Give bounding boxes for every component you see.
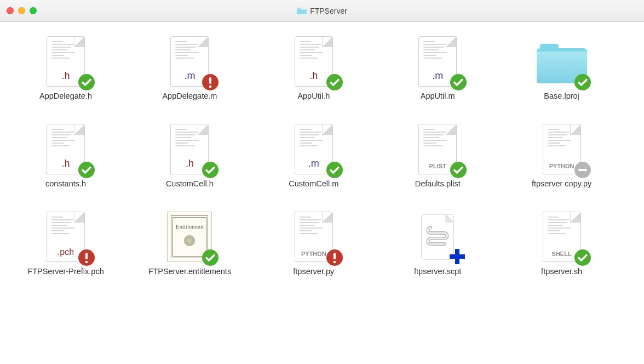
- file-item[interactable]: PYTHON ftpserver.py: [270, 211, 358, 276]
- minimize-button[interactable]: [18, 7, 25, 14]
- modified-badge-icon: [78, 249, 95, 266]
- svg-point-19: [333, 261, 336, 264]
- file-name-label: AppUtil.h: [297, 91, 330, 101]
- svg-rect-22: [450, 254, 465, 259]
- close-button[interactable]: [7, 7, 14, 14]
- file-icon-wrap: .m: [411, 35, 464, 88]
- svg-point-3: [209, 86, 212, 88]
- checkmark-badge-icon: [78, 73, 95, 91]
- window-titlebar: FTPServer: [0, 0, 644, 22]
- file-icon-wrap: [536, 35, 588, 88]
- file-name-label: AppUtil.m: [421, 91, 455, 101]
- file-item[interactable]: PLIST Defaults.plist: [394, 123, 481, 189]
- file-item[interactable]: .h AppDelegate.h: [22, 35, 110, 101]
- svg-point-6: [574, 74, 591, 90]
- file-name-label: AppDelegate.m: [162, 91, 217, 101]
- checkmark-badge-icon: [326, 73, 343, 91]
- checkmark-badge-icon: [574, 249, 591, 266]
- file-item[interactable]: PYTHON ftpserver copy.py: [518, 123, 606, 189]
- file-name-label: FTPServer.entitlements: [148, 266, 232, 276]
- file-icon-wrap: .h: [288, 35, 340, 88]
- file-name-label: CustomCell.m: [289, 179, 338, 189]
- file-grid: .h AppDelegate.h .m AppDelegate.m .h App…: [0, 22, 644, 289]
- file-name-label: AppDelegate.h: [39, 91, 92, 101]
- file-name-label: Defaults.plist: [415, 179, 461, 189]
- checkmark-badge-icon: [202, 161, 219, 179]
- file-icon-wrap: .h: [39, 123, 92, 175]
- file-item[interactable]: .m CustomCell.m: [270, 123, 358, 189]
- traffic-lights: [7, 7, 37, 14]
- file-icon-wrap: PYTHON: [288, 211, 340, 263]
- checkmark-badge-icon: [450, 161, 467, 179]
- file-name-label: ftpserver.scpt: [414, 266, 461, 276]
- svg-point-10: [450, 162, 467, 178]
- modified-badge-icon: [202, 73, 219, 91]
- zoom-button[interactable]: [30, 7, 37, 14]
- file-name-label: ftpserver.sh: [541, 266, 582, 276]
- svg-point-7: [78, 162, 95, 178]
- checkmark-badge-icon: [202, 249, 219, 266]
- file-item[interactable]: Base.lproj: [518, 35, 606, 101]
- file-item[interactable]: .m AppDelegate.m: [146, 35, 233, 101]
- plus-badge-icon: [447, 247, 467, 266]
- file-icon-wrap: .h: [39, 35, 92, 88]
- file-name-label: Base.lproj: [544, 91, 579, 101]
- file-item[interactable]: .m AppUtil.m: [394, 35, 481, 101]
- svg-point-23: [574, 249, 591, 266]
- checkmark-badge-icon: [574, 73, 591, 91]
- file-name-label: ftpserver.py: [293, 266, 334, 276]
- svg-point-8: [202, 162, 219, 178]
- file-name-label: ftpserver copy.py: [532, 179, 591, 189]
- svg-point-4: [326, 74, 343, 90]
- checkmark-badge-icon: [78, 161, 95, 179]
- file-item[interactable]: .h AppUtil.h: [270, 35, 358, 101]
- checkmark-badge-icon: [450, 73, 467, 91]
- file-icon-wrap: PYTHON: [536, 123, 588, 175]
- svg-point-9: [326, 162, 343, 178]
- file-icon-wrap: .h: [163, 123, 216, 175]
- modified-badge-icon: [326, 249, 343, 266]
- file-icon-wrap: SHELL: [536, 211, 588, 263]
- folder-icon: [297, 7, 307, 15]
- svg-rect-12: [578, 169, 587, 171]
- file-item[interactable]: .h constants.h: [22, 123, 110, 189]
- file-icon-wrap: Entitlement: [163, 211, 216, 263]
- svg-rect-14: [85, 253, 88, 259]
- file-name-label: CustomCell.h: [166, 179, 214, 189]
- ignored-badge-icon: [574, 161, 591, 179]
- checkmark-badge-icon: [326, 161, 343, 179]
- file-icon-wrap: PLIST: [411, 123, 464, 175]
- svg-point-5: [450, 74, 467, 90]
- file-item[interactable]: Entitlement FTPServer.entitlements: [146, 211, 233, 276]
- svg-point-0: [78, 74, 95, 90]
- svg-point-15: [85, 261, 88, 264]
- file-item[interactable]: .pch FTPServer-Prefix.pch: [22, 211, 110, 276]
- file-name-label: FTPServer-Prefix.pch: [27, 266, 104, 276]
- file-icon-wrap: [411, 211, 464, 263]
- file-item[interactable]: SHELL ftpserver.sh: [518, 211, 606, 276]
- file-icon-wrap: .m: [288, 123, 340, 175]
- file-item[interactable]: .h CustomCell.h: [146, 123, 233, 189]
- svg-rect-2: [209, 77, 211, 84]
- window-title: FTPServer: [310, 7, 347, 15]
- svg-rect-18: [334, 253, 336, 259]
- svg-point-16: [202, 249, 219, 266]
- file-icon-wrap: .pch: [39, 211, 92, 263]
- file-name-label: constants.h: [45, 179, 86, 189]
- file-item[interactable]: ftpserver.scpt: [394, 211, 481, 276]
- file-icon-wrap: .m: [163, 35, 216, 88]
